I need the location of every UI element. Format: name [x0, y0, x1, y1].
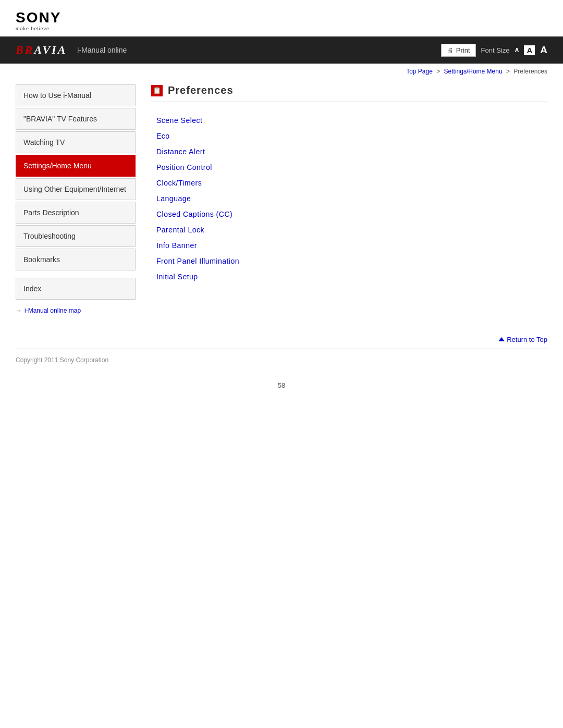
sidebar-item-watching-tv[interactable]: Watching TV	[16, 131, 136, 153]
sidebar: How to Use i-Manual "BRAVIA" TV Features…	[16, 84, 136, 314]
breadcrumb-sep1: >	[436, 68, 442, 75]
content-links: Scene Select Eco Distance Alert Position…	[151, 113, 547, 285]
sidebar-item-troubleshooting[interactable]: Troubleshooting	[16, 225, 136, 247]
breadcrumb-current: Preferences	[513, 68, 547, 75]
bravia-logo: BRAVIA	[16, 43, 67, 57]
link-clock-timers[interactable]: Clock/Timers	[156, 175, 542, 191]
print-button[interactable]: 🖨 Print	[441, 44, 476, 57]
content-area: How to Use i-Manual "BRAVIA" TV Features…	[0, 79, 563, 325]
sidebar-label-how-to-use: How to Use i-Manual	[23, 91, 91, 100]
page-title: Preferences	[168, 84, 234, 96]
link-info-banner[interactable]: Info Banner	[156, 238, 542, 253]
page-number: 58	[0, 371, 563, 400]
sidebar-label-settings-home-menu: Settings/Home Menu	[23, 162, 92, 170]
sidebar-item-index[interactable]: Index	[16, 278, 136, 300]
sidebar-item-bookmarks[interactable]: Bookmarks	[16, 249, 136, 270]
sidebar-map-link[interactable]: → i-Manual online map	[16, 307, 136, 314]
sidebar-label-troubleshooting: Troubleshooting	[23, 232, 76, 240]
sidebar-item-settings-home-menu[interactable]: Settings/Home Menu	[16, 155, 136, 177]
breadcrumb-top-page[interactable]: Top Page	[406, 68, 433, 75]
nav-bar-right: 🖨 Print Font Size A A A	[441, 44, 547, 57]
copyright-text: Copyright 2011 Sony Corporation	[16, 356, 108, 364]
print-icon: 🖨	[447, 46, 454, 54]
map-link-label: i-Manual online map	[25, 307, 81, 314]
footer: Copyright 2011 Sony Corporation	[0, 349, 563, 371]
nav-bar-left: BRAVIA i-Manual online	[16, 43, 127, 57]
arrow-right-icon: →	[16, 307, 22, 314]
sidebar-label-bookmarks: Bookmarks	[23, 255, 60, 264]
sidebar-label-watching-tv: Watching TV	[23, 138, 65, 146]
sidebar-item-parts-description[interactable]: Parts Description	[16, 202, 136, 224]
print-label: Print	[456, 46, 470, 54]
sony-tagline: make.believe	[16, 26, 50, 31]
sony-logo-text: SONY	[16, 9, 61, 26]
link-initial-setup[interactable]: Initial Setup	[156, 269, 542, 285]
link-front-panel[interactable]: Front Panel Illumination	[156, 253, 542, 269]
link-position-control[interactable]: Position Control	[156, 159, 542, 175]
top-bar: SONY make.believe	[0, 0, 563, 36]
sidebar-label-parts-description: Parts Description	[23, 208, 79, 217]
sidebar-label-bravia-features: "BRAVIA" TV Features	[23, 115, 97, 123]
font-size-small-button[interactable]: A	[515, 47, 519, 53]
link-eco[interactable]: Eco	[156, 128, 542, 144]
breadcrumb-settings[interactable]: Settings/Home Menu	[444, 68, 503, 75]
page-title-icon: 📋	[151, 85, 163, 96]
triangle-up-icon	[498, 337, 505, 341]
nav-bar: BRAVIA i-Manual online 🖨 Print Font Size…	[0, 36, 563, 64]
return-to-top-bar: Return to Top	[0, 325, 563, 349]
font-size-medium-button[interactable]: A	[524, 45, 535, 55]
sidebar-label-index: Index	[23, 285, 41, 293]
breadcrumb-sep2: >	[506, 68, 511, 75]
link-scene-select[interactable]: Scene Select	[156, 113, 542, 128]
return-to-top-label: Return to Top	[507, 336, 547, 343]
page-title-bar: 📋 Preferences	[151, 84, 547, 102]
sidebar-item-using-other[interactable]: Using Other Equipment/Internet	[16, 178, 136, 200]
font-size-label: Font Size	[481, 46, 510, 54]
sidebar-item-bravia-features[interactable]: "BRAVIA" TV Features	[16, 108, 136, 130]
nav-subtitle: i-Manual online	[77, 46, 127, 54]
sidebar-label-using-other: Using Other Equipment/Internet	[23, 185, 126, 193]
link-closed-captions[interactable]: Closed Captions (CC)	[156, 206, 542, 222]
link-language[interactable]: Language	[156, 191, 542, 206]
sidebar-item-how-to-use[interactable]: How to Use i-Manual	[16, 84, 136, 106]
return-to-top-link[interactable]: Return to Top	[498, 336, 547, 343]
breadcrumb: Top Page > Settings/Home Menu > Preferen…	[0, 64, 563, 79]
sony-logo: SONY make.believe	[16, 9, 61, 31]
main-content: 📋 Preferences Scene Select Eco Distance …	[151, 84, 547, 314]
link-parental-lock[interactable]: Parental Lock	[156, 222, 542, 238]
font-size-large-button[interactable]: A	[540, 44, 547, 56]
link-distance-alert[interactable]: Distance Alert	[156, 144, 542, 159]
